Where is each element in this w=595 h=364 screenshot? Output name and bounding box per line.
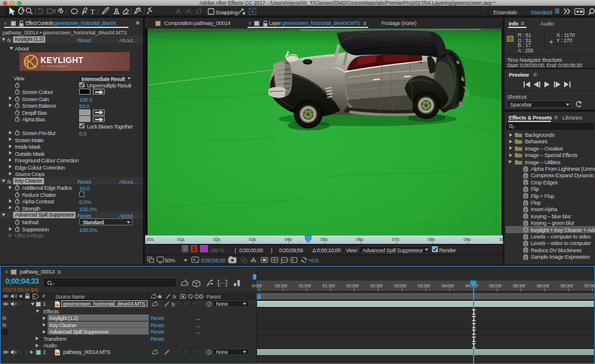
svg-text:T: T <box>90 7 95 16</box>
svg-text:fx: fx <box>173 294 177 300</box>
